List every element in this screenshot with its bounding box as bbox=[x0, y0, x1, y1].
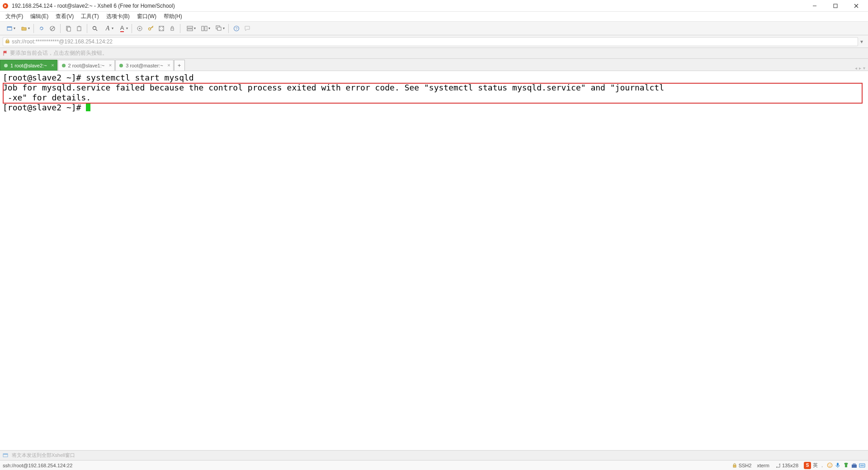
app-icon bbox=[2, 2, 9, 9]
lock-icon bbox=[5, 39, 10, 44]
terminal-prompt: [root@slave2 ~]# bbox=[3, 103, 865, 113]
svg-point-32 bbox=[827, 463, 832, 467]
svg-rect-38 bbox=[859, 464, 865, 467]
keyboard-icon[interactable] bbox=[859, 462, 865, 469]
status-dot-icon bbox=[4, 64, 8, 67]
toolbox-icon[interactable] bbox=[851, 462, 857, 469]
maximize-button[interactable] bbox=[829, 1, 842, 11]
svg-rect-21 bbox=[187, 29, 193, 31]
separator bbox=[228, 24, 229, 33]
fullscreen-button[interactable] bbox=[156, 24, 166, 33]
menu-tabs[interactable]: 选项卡(B) bbox=[103, 12, 133, 21]
broadcast-icon bbox=[3, 453, 9, 458]
ime-indicator[interactable]: S 英 ， bbox=[804, 462, 865, 469]
svg-rect-37 bbox=[853, 464, 855, 465]
separator bbox=[60, 24, 61, 33]
lock-button[interactable] bbox=[167, 24, 177, 33]
svg-point-34 bbox=[830, 464, 831, 465]
session-tab-3[interactable]: 3 root@master:~ × bbox=[115, 60, 173, 71]
session-tab-2[interactable]: 2 root@slave1:~ × bbox=[58, 60, 115, 71]
separator bbox=[132, 24, 132, 33]
tab-label: 1 root@slave2:~ bbox=[10, 63, 47, 68]
skin-icon[interactable] bbox=[843, 462, 849, 469]
svg-point-17 bbox=[149, 28, 151, 30]
mic-icon[interactable] bbox=[835, 462, 841, 469]
disconnect-button[interactable] bbox=[47, 24, 57, 33]
menu-file[interactable]: 文件(F) bbox=[2, 12, 27, 21]
cascade-button[interactable]: ▾ bbox=[212, 24, 226, 33]
color-button[interactable]: A▾ bbox=[115, 24, 129, 33]
svg-line-14 bbox=[96, 29, 97, 31]
terminal-output: -xe" for details. bbox=[3, 93, 865, 103]
chat-button[interactable] bbox=[242, 24, 252, 33]
terminal-output: Job for mysqld.service failed because th… bbox=[3, 83, 865, 93]
tab-menu-icon[interactable]: ▾ bbox=[863, 66, 865, 71]
broadcast-text: 将文本发送到全部Xshell窗口 bbox=[12, 452, 75, 459]
menu-help[interactable]: 帮助(H) bbox=[160, 12, 186, 21]
terminal-output: [root@slave2 ~]# systemctl start mysqld bbox=[3, 73, 865, 83]
svg-rect-6 bbox=[7, 27, 12, 28]
close-button[interactable] bbox=[850, 1, 863, 11]
status-ssh: SSH2 bbox=[731, 462, 752, 469]
copy-button[interactable] bbox=[63, 24, 73, 33]
size-icon bbox=[775, 462, 781, 469]
svg-rect-30 bbox=[3, 454, 8, 455]
svg-line-8 bbox=[51, 27, 54, 30]
address-input[interactable]: ssh://root:***********@192.168.254.124:2… bbox=[3, 37, 858, 46]
svg-rect-25 bbox=[217, 27, 221, 30]
separator bbox=[87, 24, 87, 33]
new-tab-button[interactable]: + bbox=[174, 60, 185, 71]
tab-strip: 1 root@slave2:~ × 2 root@slave1:~ × 3 ro… bbox=[0, 59, 868, 71]
svg-rect-28 bbox=[6, 41, 9, 43]
minimize-button[interactable] bbox=[808, 1, 821, 11]
svg-rect-31 bbox=[733, 465, 736, 467]
close-tab-icon[interactable]: × bbox=[109, 62, 112, 68]
tab-prev-icon[interactable]: ◂ bbox=[855, 66, 857, 71]
menu-tools[interactable]: 工具(T) bbox=[77, 12, 102, 21]
status-left: ssh://root@192.168.254.124:22 bbox=[3, 463, 731, 468]
session-tab-1[interactable]: 1 root@slave2:~ × bbox=[0, 60, 57, 71]
window-title: 192.168.254.124 - root@slave2:~ - Xshell… bbox=[12, 3, 175, 9]
open-button[interactable]: ▾ bbox=[17, 24, 31, 33]
menu-edit[interactable]: 编辑(E) bbox=[27, 12, 52, 21]
tile-v-button[interactable]: ▾ bbox=[198, 24, 211, 33]
terminal[interactable]: [root@slave2 ~]# systemctl start mysqld … bbox=[0, 71, 868, 450]
hintbar: 要添加当前会话，点击左侧的箭头按钮。 bbox=[0, 48, 868, 59]
statusbar: ssh://root@192.168.254.124:22 SSH2 xterm… bbox=[0, 460, 868, 470]
hint-text: 要添加当前会话，点击左侧的箭头按钮。 bbox=[10, 49, 108, 57]
new-session-button[interactable]: ▾ bbox=[3, 24, 16, 33]
menu-window[interactable]: 窗口(W) bbox=[133, 12, 160, 21]
svg-rect-22 bbox=[202, 26, 204, 31]
help-button[interactable]: ? bbox=[231, 24, 241, 33]
paste-button[interactable] bbox=[74, 24, 84, 33]
reconnect-button[interactable] bbox=[37, 24, 47, 33]
svg-rect-23 bbox=[205, 26, 207, 31]
font-button[interactable]: A▾ bbox=[101, 24, 114, 33]
tab-next-icon[interactable]: ▸ bbox=[859, 66, 861, 71]
status-size: 135x28 bbox=[775, 462, 798, 469]
find-button[interactable] bbox=[90, 24, 100, 33]
emoji-icon[interactable] bbox=[826, 462, 833, 469]
svg-rect-10 bbox=[67, 27, 71, 31]
status-term: xterm bbox=[757, 463, 769, 468]
svg-rect-2 bbox=[834, 4, 837, 8]
properties-button[interactable] bbox=[135, 24, 145, 33]
close-tab-icon[interactable]: × bbox=[167, 62, 170, 68]
tile-h-button[interactable]: ▾ bbox=[183, 24, 197, 33]
menubar: 文件(F) 编辑(E) 查看(V) 工具(T) 选项卡(B) 窗口(W) 帮助(… bbox=[0, 12, 868, 22]
svg-rect-36 bbox=[852, 465, 857, 468]
flag-icon bbox=[3, 51, 8, 56]
svg-rect-12 bbox=[78, 26, 80, 27]
tab-label: 3 root@master:~ bbox=[126, 63, 163, 68]
menu-view[interactable]: 查看(V) bbox=[52, 12, 77, 21]
separator bbox=[180, 24, 180, 33]
key-button[interactable] bbox=[146, 24, 156, 33]
close-tab-icon[interactable]: × bbox=[51, 62, 54, 68]
svg-point-16 bbox=[139, 28, 141, 29]
broadcast-bar: 将文本发送到全部Xshell窗口 bbox=[0, 450, 868, 460]
address-dropdown-icon[interactable]: ▾ bbox=[858, 38, 865, 45]
ime-lang: 英 bbox=[813, 462, 818, 469]
cursor-icon bbox=[86, 103, 90, 111]
svg-rect-35 bbox=[837, 463, 839, 466]
svg-point-33 bbox=[828, 464, 829, 465]
